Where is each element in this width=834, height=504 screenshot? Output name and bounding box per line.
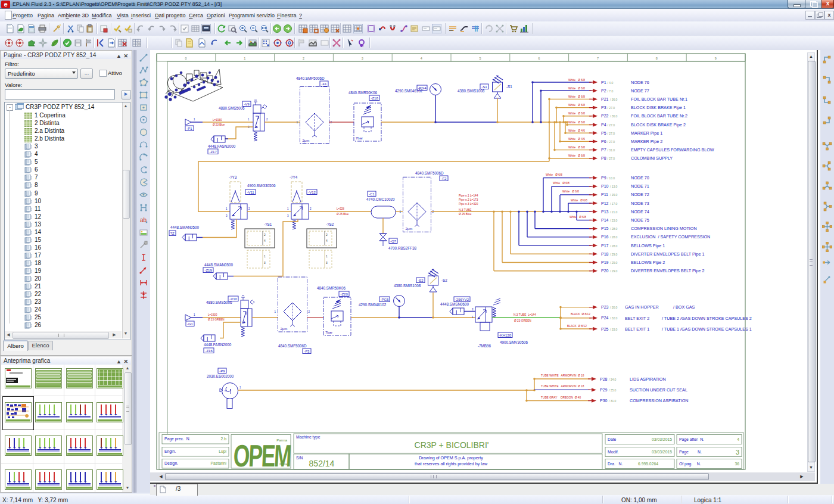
svg-text:Ø 25 Blue: Ø 25 Blue [337,213,349,216]
svg-text:7: 7 [597,57,599,60]
svg-text:/ BOX GAS: / BOX GAS [673,304,695,310]
svg-text:?Z: ?Z [170,232,175,235]
svg-text:FOIL BLOCK BAR TUBE Nr.1: FOIL BLOCK BAR TUBE Nr.1 [631,97,687,102]
svg-text:MARKER Pipe 1: MARKER Pipe 1 [631,130,662,136]
svg-text:4448.FASN2000: 4448.FASN2000 [204,343,232,347]
svg-text:/ 15.0: / 15.0 [610,193,618,197]
svg-text:BLACK Ø 8/12: BLACK Ø 8/12 [567,325,587,328]
svg-text:/ 31.0: / 31.0 [608,148,615,152]
svg-text:/ 36.0: / 36.0 [610,98,618,101]
svg-text:COMPRESSION LINING MOTION: COMPRESSION LINING MOTION [631,226,697,231]
svg-text:Italia: Italia [279,462,287,466]
svg-text:NODE 72: NODE 72 [631,192,649,197]
svg-text:-?Y4: -?Y4 [290,175,298,179]
svg-text:4448.SMSN0600: 4448.SMSN0600 [440,302,469,306]
svg-text:/ 27.0: / 27.0 [608,157,615,160]
svg-text:White Ø 6/8: White Ø 6/8 [570,216,586,219]
svg-text:-G1: -G1 [187,322,194,326]
svg-text:Pipe n.1 L=144: Pipe n.1 L=144 [459,194,478,197]
svg-text:/ 28.0: / 28.0 [610,244,618,248]
svg-text:CR3P + BICOLIBRI': CR3P + BICOLIBRI' [415,440,489,450]
svg-text:3: 3 [326,262,328,265]
svg-text:BLACK Ø 8/12: BLACK Ø 8/12 [571,313,590,316]
svg-text:NODE 74: NODE 74 [631,209,649,214]
svg-text:/ 36.0: / 36.0 [610,114,618,118]
svg-text:-Z17: -Z17 [209,150,217,154]
svg-text:4700.RBS2FF38: 4700.RBS2FF38 [388,246,416,250]
svg-text:NODE 76: NODE 76 [631,80,649,85]
svg-text:/ 4.0: / 4.0 [608,81,614,85]
svg-text:-V9: -V9 [244,102,250,106]
svg-text:FOIL BLOCK BAR TUBE Nr.2: FOIL BLOCK BAR TUBE Nr.2 [631,113,687,119]
svg-text:P5: P5 [601,131,606,135]
svg-text:3: 3 [264,262,266,265]
svg-text:Pastarini: Pastarini [211,461,227,465]
svg-text:2μm: 2μm [303,139,310,142]
svg-text:White Ø 6/8: White Ø 6/8 [568,146,585,149]
svg-text:/ 27.0: / 27.0 [608,132,615,135]
svg-text:P18: P18 [601,252,609,256]
svg-text:-Z19: -Z19 [204,269,212,272]
svg-text:3: 3 [362,57,363,60]
svg-text:P13: P13 [601,210,609,214]
svg-text:4880.SMS5006: 4880.SMS5006 [206,300,232,304]
svg-text:/ 23.0: / 23.0 [610,219,618,222]
svg-text:P14: P14 [601,218,609,222]
svg-text:-Z18: -Z18 [371,97,378,100]
svg-text:Design.: Design. [164,461,178,466]
svg-text:4840.SMR50K06: 4840.SMR50K06 [317,286,346,290]
svg-text:White Ø 6/8: White Ø 6/8 [568,154,585,157]
svg-text:4840.SMF5006D: 4840.SMF5006D [296,76,325,80]
svg-text:8: 8 [656,57,658,60]
svg-text:White Ø 6/8: White Ø 6/8 [568,104,585,107]
svg-text:P29: P29 [600,388,608,392]
svg-text:-?Y3: -?Y3 [229,175,237,179]
svg-text:4448.SMAN0500: 4448.SMAN0500 [204,263,233,267]
svg-text:-Z20: -Z20 [340,293,348,296]
svg-text:/ 27.0: / 27.0 [608,106,615,110]
svg-text:4: 4 [737,437,739,441]
svg-text:/ 21.0: / 21.0 [610,210,618,214]
svg-text:DIVERTER ENVELOPES BELT Pipe 2: DIVERTER ENVELOPES BELT Pipe 2 [631,268,704,273]
svg-text:-?S1: -?S1 [264,222,272,226]
svg-text:BELLOWS Pipe 2: BELLOWS Pipe 2 [631,260,665,265]
svg-text:9: 9 [715,57,717,60]
svg-text:P19: P19 [601,260,609,265]
svg-text:Machine type: Machine type [296,435,320,440]
svg-text:Page after N.: Page after N. [679,437,704,442]
svg-text:P11: P11 [601,192,608,197]
svg-text:P20: P20 [601,269,609,273]
svg-text:BELT EXIT 2: BELT EXIT 2 [625,316,649,321]
svg-text:L=1930: L=1930 [208,313,217,316]
svg-text:P2: P2 [601,89,606,93]
svg-text:P6: P6 [601,139,606,144]
svg-text:White Ø 6/8: White Ø 6/8 [546,173,562,176]
svg-text:2: 2 [264,234,266,237]
svg-text:EMPTY CAPSULES FORWARDING BLOW: EMPTY CAPSULES FORWARDING BLOW [631,147,714,153]
svg-text:/ 10.0: / 10.0 [608,176,615,180]
svg-text:P23: P23 [601,305,609,309]
svg-text:NODE 71: NODE 71 [631,183,649,189]
svg-text:Ø 23 GREEN: Ø 23 GREEN [514,319,531,322]
svg-text:4380.SMIS1008: 4380.SMIS1008 [394,284,421,288]
svg-text:N.3 TUBE L=144: N.3 TUBE L=144 [514,313,536,316]
svg-text:BELT EXIT 1: BELT EXIT 1 [625,326,649,332]
svg-text:/ 35.0: / 35.0 [609,388,617,392]
svg-text:White Ø 4/6: White Ø 4/6 [568,129,585,132]
svg-text:0: 0 [185,57,186,60]
svg-text:White Ø 6/8: White Ø 6/8 [571,199,587,202]
svg-text:6.995.0264: 6.995.0264 [638,462,658,466]
svg-text:White Ø 6/8: White Ø 6/8 [562,190,579,193]
svg-text:03/03/2015: 03/03/2015 [652,437,672,441]
svg-text:White Ø 6/8: White Ø 6/8 [568,87,585,90]
svg-text:White Ø 6/8: White Ø 6/8 [568,112,585,115]
svg-text:/ TUBE 2 /GAS DOWN STROKE CAPS: / TUBE 2 /GAS DOWN STROKE CAPSULES 2 [662,316,752,321]
svg-text:Lupi: Lupi [219,449,226,454]
svg-text:L=228: L=228 [337,207,344,210]
svg-text:Engin.: Engin. [164,449,176,454]
svg-text:/ 13.0: / 13.0 [610,185,618,188]
svg-text:4840.SMR50K06: 4840.SMR50K06 [348,91,377,95]
svg-text:P28: P28 [600,377,608,381]
svg-text:/ 31.0: / 31.0 [609,399,617,403]
svg-text:GAS IN HOPPER: GAS IN HOPPER [625,304,659,310]
